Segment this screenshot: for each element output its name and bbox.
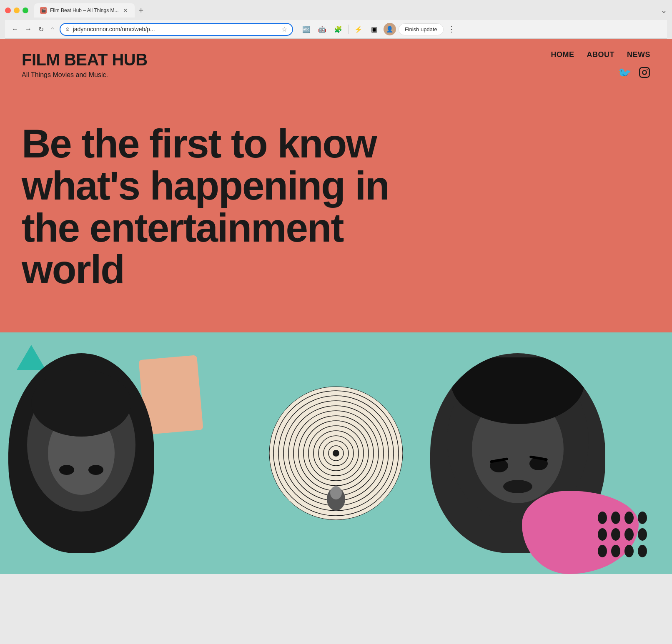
dot bbox=[638, 512, 647, 524]
svg-point-6 bbox=[88, 465, 103, 475]
back-button[interactable]: ← bbox=[10, 24, 20, 35]
profile-avatar[interactable]: 👤 bbox=[384, 23, 396, 35]
center-spiral bbox=[265, 382, 407, 524]
finish-update-label: Finish update bbox=[405, 26, 437, 32]
svg-point-5 bbox=[59, 465, 74, 475]
maximize-button[interactable] bbox=[23, 7, 28, 13]
extensions-menu-button[interactable]: 🧩 bbox=[331, 22, 345, 36]
security-icon: ⊙ bbox=[65, 26, 70, 32]
nav-divider bbox=[348, 25, 349, 34]
dot bbox=[611, 528, 620, 541]
tab-menu-icon[interactable]: ⌄ bbox=[661, 6, 667, 15]
bookmark-icon[interactable]: ☆ bbox=[281, 25, 287, 33]
dot bbox=[611, 545, 620, 557]
address-bar[interactable]: ⊙ jadynoconnor.com/nmc/web/p... ☆ bbox=[60, 23, 293, 36]
dot bbox=[624, 545, 634, 557]
site-branding: FILM BEAT HUB All Things Movies and Musi… bbox=[22, 50, 148, 79]
face-left-shape bbox=[8, 353, 154, 553]
collage-inner bbox=[0, 332, 672, 574]
extensions-area: 🔤 🤖 🧩 ⚡ ▣ 👤 Finish update ⋮ bbox=[300, 22, 457, 36]
nav-about-link[interactable]: ABOUT bbox=[587, 50, 615, 59]
nav-home-link[interactable]: HOME bbox=[551, 50, 574, 59]
minimize-button[interactable] bbox=[14, 7, 20, 13]
close-button[interactable] bbox=[5, 7, 11, 13]
traffic-lights bbox=[5, 7, 28, 13]
new-tab-button[interactable]: + bbox=[135, 3, 147, 17]
website: FILM BEAT HUB All Things Movies and Musi… bbox=[0, 39, 672, 574]
collage-section bbox=[0, 332, 672, 574]
spiral-svg bbox=[265, 382, 407, 524]
browser-titlebar: 🎬 Film Beat Hub – All Things M... ✕ + ⌄ bbox=[5, 3, 667, 20]
active-tab[interactable]: 🎬 Film Beat Hub – All Things M... ✕ bbox=[34, 3, 135, 17]
site-tagline: All Things Movies and Music. bbox=[22, 71, 148, 79]
svg-point-31 bbox=[503, 480, 532, 493]
instagram-icon[interactable] bbox=[639, 67, 650, 81]
dot bbox=[598, 545, 607, 557]
dot bbox=[611, 512, 620, 524]
extension-1-button[interactable]: 🔤 bbox=[300, 22, 313, 36]
finish-update-button[interactable]: Finish update bbox=[399, 23, 444, 35]
tab-title: Film Beat Hub – All Things M... bbox=[50, 7, 119, 13]
lightning-button[interactable]: ⚡ bbox=[352, 22, 365, 36]
face-left-svg bbox=[19, 370, 144, 537]
extension-2-button[interactable]: 🤖 bbox=[316, 22, 329, 36]
dot bbox=[598, 528, 607, 541]
social-icons: 🐦 bbox=[551, 67, 651, 81]
browser-chrome: 🎬 Film Beat Hub – All Things M... ✕ + ⌄ … bbox=[0, 0, 672, 39]
hero-headline: Be the first to know what's happening in… bbox=[22, 123, 397, 291]
site-nav: HOME ABOUT NEWS bbox=[551, 50, 651, 59]
face-left-container bbox=[8, 353, 154, 553]
svg-point-1 bbox=[642, 70, 646, 74]
tab-close-icon[interactable]: ✕ bbox=[122, 7, 129, 14]
refresh-button[interactable]: ↻ bbox=[37, 24, 45, 35]
svg-point-2 bbox=[647, 69, 648, 70]
dot bbox=[638, 545, 647, 557]
svg-point-7 bbox=[31, 370, 131, 437]
browser-menu-icon[interactable]: ⋮ bbox=[446, 25, 457, 34]
hero-section: Be the first to know what's happening in… bbox=[0, 90, 672, 332]
dot bbox=[624, 528, 634, 541]
dot bbox=[624, 512, 634, 524]
site-title: FILM BEAT HUB bbox=[22, 50, 148, 69]
svg-point-23 bbox=[330, 486, 342, 499]
forward-button[interactable]: → bbox=[23, 24, 33, 35]
tab-favicon-icon: 🎬 bbox=[40, 7, 47, 14]
site-nav-area: HOME ABOUT NEWS 🐦 bbox=[551, 50, 651, 81]
dots-pattern-decoration bbox=[598, 512, 647, 557]
home-button[interactable]: ⌂ bbox=[49, 24, 56, 35]
tab-strip: 🎬 Film Beat Hub – All Things M... ✕ + bbox=[34, 3, 657, 17]
dot bbox=[638, 528, 647, 541]
sidebar-button[interactable]: ▣ bbox=[368, 22, 381, 36]
nav-news-link[interactable]: NEWS bbox=[627, 50, 650, 59]
site-header: FILM BEAT HUB All Things Movies and Musi… bbox=[0, 39, 672, 90]
twitter-icon[interactable]: 🐦 bbox=[618, 67, 631, 81]
dot bbox=[598, 512, 607, 524]
svg-point-21 bbox=[333, 450, 339, 457]
svg-rect-0 bbox=[639, 67, 649, 77]
browser-navbar: ← → ↻ ⌂ ⊙ jadynoconnor.com/nmc/web/p... … bbox=[5, 20, 667, 39]
address-text: jadynoconnor.com/nmc/web/p... bbox=[73, 26, 278, 32]
